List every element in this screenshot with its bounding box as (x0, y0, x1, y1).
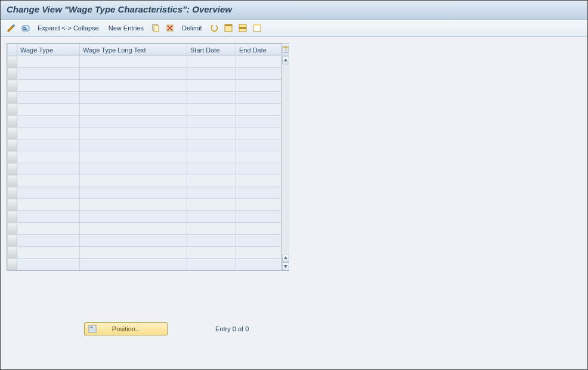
cell-long-text[interactable] (80, 175, 187, 187)
deselect-all-icon[interactable] (251, 22, 263, 34)
row-selector[interactable] (8, 139, 17, 151)
row-selector[interactable] (8, 92, 17, 104)
new-entries-button[interactable]: New Entries (105, 22, 147, 34)
cell-start-date[interactable] (187, 247, 236, 259)
row-selector-header[interactable] (8, 44, 17, 56)
copy-icon[interactable] (150, 22, 162, 34)
cell-start-date[interactable] (187, 80, 236, 92)
cell-end-date[interactable] (236, 175, 281, 187)
cell-end-date[interactable] (236, 104, 281, 116)
row-selector[interactable] (8, 247, 17, 259)
row-selector[interactable] (8, 175, 17, 187)
table-row[interactable] (8, 163, 281, 175)
cell-long-text[interactable] (80, 151, 187, 163)
scroll-up-step-icon[interactable] (282, 254, 289, 262)
table-row[interactable] (8, 56, 281, 68)
cell-wage-type[interactable] (17, 68, 80, 80)
table-row[interactable] (8, 199, 281, 211)
table-row[interactable] (8, 187, 281, 199)
cell-start-date[interactable] (187, 104, 236, 116)
cell-wage-type[interactable] (17, 151, 80, 163)
row-selector[interactable] (8, 211, 17, 223)
cell-end-date[interactable] (236, 247, 281, 259)
cell-end-date[interactable] (236, 211, 281, 223)
cell-wage-type[interactable] (17, 259, 80, 270)
cell-long-text[interactable] (80, 211, 187, 223)
table-row[interactable] (8, 116, 281, 128)
cell-long-text[interactable] (80, 259, 187, 270)
cell-start-date[interactable] (187, 187, 236, 199)
cell-end-date[interactable] (236, 128, 281, 139)
row-selector[interactable] (8, 116, 17, 128)
cell-long-text[interactable] (80, 116, 187, 128)
cell-start-date[interactable] (187, 259, 236, 270)
cell-wage-type[interactable] (17, 247, 80, 259)
cell-end-date[interactable] (236, 187, 281, 199)
scrollbar-track[interactable] (282, 64, 289, 254)
cell-start-date[interactable] (187, 128, 236, 139)
cell-end-date[interactable] (236, 151, 281, 163)
cell-start-date[interactable] (187, 92, 236, 104)
select-block-icon[interactable] (237, 22, 249, 34)
table-row[interactable] (8, 223, 281, 235)
row-selector[interactable] (8, 104, 17, 116)
cell-long-text[interactable] (80, 56, 187, 68)
cell-start-date[interactable] (187, 223, 236, 235)
row-selector[interactable] (8, 151, 17, 163)
row-selector[interactable] (8, 223, 17, 235)
cell-wage-type[interactable] (17, 163, 80, 175)
cell-end-date[interactable] (236, 139, 281, 151)
table-settings-icon[interactable] (282, 43, 289, 56)
cell-long-text[interactable] (80, 187, 187, 199)
cell-start-date[interactable] (187, 116, 236, 128)
cell-wage-type[interactable] (17, 223, 80, 235)
wage-type-table[interactable]: Wage Type Wage Type Long Text Start Date… (7, 43, 281, 270)
cell-wage-type[interactable] (17, 104, 80, 116)
cell-start-date[interactable] (187, 211, 236, 223)
table-row[interactable] (8, 80, 281, 92)
cell-long-text[interactable] (80, 128, 187, 139)
cell-start-date[interactable] (187, 151, 236, 163)
expand-collapse-button[interactable]: Expand <-> Collapse (34, 22, 103, 34)
row-selector[interactable] (8, 163, 17, 175)
cell-long-text[interactable] (80, 247, 187, 259)
cell-long-text[interactable] (80, 223, 187, 235)
table-row[interactable] (8, 128, 281, 139)
cell-start-date[interactable] (187, 175, 236, 187)
table-row[interactable] (8, 68, 281, 80)
position-button[interactable]: Position... (84, 322, 168, 335)
cell-end-date[interactable] (236, 116, 281, 128)
table-row[interactable] (8, 175, 281, 187)
cell-end-date[interactable] (236, 80, 281, 92)
cell-start-date[interactable] (187, 56, 236, 68)
cell-wage-type[interactable] (17, 80, 80, 92)
cell-end-date[interactable] (236, 259, 281, 270)
cell-wage-type[interactable] (17, 128, 80, 139)
cell-end-date[interactable] (236, 68, 281, 80)
cell-wage-type[interactable] (17, 199, 80, 211)
cell-long-text[interactable] (80, 235, 187, 247)
cell-wage-type[interactable] (17, 175, 80, 187)
change-icon[interactable] (5, 22, 17, 34)
cell-long-text[interactable] (80, 139, 187, 151)
cell-start-date[interactable] (187, 139, 236, 151)
cell-wage-type[interactable] (17, 235, 80, 247)
row-selector[interactable] (8, 199, 17, 211)
cell-long-text[interactable] (80, 92, 187, 104)
cell-start-date[interactable] (187, 235, 236, 247)
cell-start-date[interactable] (187, 163, 236, 175)
delimit-button[interactable]: Delimit (178, 22, 206, 34)
row-selector[interactable] (8, 80, 17, 92)
col-start-date[interactable]: Start Date (187, 44, 236, 56)
table-row[interactable] (8, 235, 281, 247)
table-row[interactable] (8, 104, 281, 116)
cell-end-date[interactable] (236, 92, 281, 104)
undo-icon[interactable] (208, 22, 220, 34)
select-all-icon[interactable] (222, 22, 234, 34)
cell-end-date[interactable] (236, 235, 281, 247)
table-row[interactable] (8, 139, 281, 151)
delete-icon[interactable] (164, 22, 176, 34)
cell-long-text[interactable] (80, 199, 187, 211)
table-row[interactable] (8, 151, 281, 163)
scroll-up-icon[interactable] (282, 56, 289, 64)
